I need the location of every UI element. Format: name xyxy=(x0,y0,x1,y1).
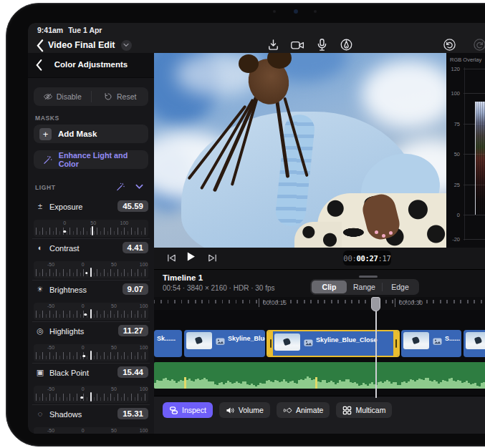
slider-value[interactable]: 9.07 xyxy=(123,283,148,295)
slider-value[interactable]: 4.41 xyxy=(123,242,148,253)
reset-button[interactable]: Reset xyxy=(92,87,149,106)
skip-forward-icon[interactable] xyxy=(207,253,218,266)
timeline-clip[interactable]: Skyline_Blue_Wide xyxy=(184,330,265,357)
pencil-icon[interactable] xyxy=(339,37,354,52)
exposure-icon: ± xyxy=(35,202,45,210)
slider-value[interactable]: 15.44 xyxy=(117,366,148,378)
enhance-light-color-button[interactable]: Enhance Light and Color xyxy=(34,150,148,169)
audio-waveform xyxy=(154,375,485,389)
camera-icon[interactable] xyxy=(290,37,305,52)
scale-label: 100 xyxy=(140,428,148,433)
undo-icon[interactable] xyxy=(443,38,456,52)
scale-label: 50 xyxy=(111,303,117,308)
scale-label: 0 xyxy=(63,220,66,225)
slider-ruler[interactable]: -50050100 xyxy=(34,303,148,320)
timeline-clip-selected[interactable]: Skyline_Blue_Close xyxy=(266,330,400,357)
color-adjustments-panel: Color Adjustments Disable Reset MASKS + … xyxy=(28,53,154,434)
inspect-button[interactable]: Inspect xyxy=(163,402,213,418)
mic-icon[interactable] xyxy=(314,37,330,52)
scope-tick-label: 25 xyxy=(446,182,460,188)
scope-title: RGB Overlay xyxy=(450,57,481,63)
scale-label: 50 xyxy=(111,345,117,350)
ruler-time-label: 00:00:15 xyxy=(263,299,287,306)
slider-ruler[interactable]: -50050100 xyxy=(34,427,148,434)
timeline-meta: 00:54 · 3840 × 2160 · HDR · 30 fps xyxy=(163,284,274,292)
trim-handle-left[interactable] xyxy=(268,331,273,356)
slider-exposure: ± Exposure 45.59 050100 xyxy=(34,200,148,239)
timeline-clip[interactable]: S...... xyxy=(401,330,461,357)
clip-thumbnail xyxy=(274,333,300,351)
slider-value[interactable]: 15.31 xyxy=(117,408,148,419)
scope-tick-label: -20 xyxy=(446,236,460,243)
clip-label: S...... xyxy=(445,335,460,342)
front-camera-icon xyxy=(294,9,298,14)
disable-button[interactable]: Disable xyxy=(34,87,91,106)
timeline-ruler[interactable]: 00:00:1500:00:30 xyxy=(154,297,485,310)
back-chevron-icon[interactable] xyxy=(37,39,44,51)
clip-label: Skyline_Blue_Close xyxy=(316,336,378,344)
scope-tick-label: 0 xyxy=(446,212,460,218)
scope-tick-label: 120 xyxy=(446,66,460,72)
auto-enhance-icon[interactable] xyxy=(115,182,125,192)
page: 9:41am Tue 1 Apr Video Final Edit xyxy=(0,0,485,448)
trim-handle-right[interactable] xyxy=(393,331,398,356)
scale-label: 0 xyxy=(82,386,85,391)
scale-label: 0 xyxy=(82,262,85,267)
clip-thumbnail xyxy=(403,332,429,349)
scale-label: -50 xyxy=(47,386,54,391)
collapse-chevron-icon[interactable] xyxy=(135,184,143,190)
toolbar-icons xyxy=(266,37,354,52)
slider-value[interactable]: 11.27 xyxy=(118,325,148,336)
scale-label: 50 xyxy=(90,220,96,225)
scale-label: -50 xyxy=(47,428,54,433)
play-icon[interactable] xyxy=(186,251,196,265)
slider-label: Exposure xyxy=(49,203,82,211)
media-icon xyxy=(216,335,225,342)
title-chevron-down-icon[interactable] xyxy=(121,40,132,51)
sensor-dot xyxy=(314,10,317,13)
import-icon[interactable] xyxy=(266,37,281,52)
audio-clip[interactable] xyxy=(154,362,485,389)
slider-ruler[interactable]: -50050100 xyxy=(34,344,148,361)
inspector-icon xyxy=(169,406,178,415)
slider-value[interactable]: 45.59 xyxy=(117,200,148,212)
scale-label: -50 xyxy=(47,345,54,350)
slider-label: Highlights xyxy=(49,327,84,336)
playhead-line[interactable] xyxy=(375,303,377,398)
slider-label: Shadows xyxy=(49,410,82,419)
volume-icon xyxy=(226,406,235,415)
slider-label: Contrast xyxy=(49,244,80,253)
top-chrome: 9:41am Tue 1 Apr Video Final Edit xyxy=(28,23,485,53)
mode-range[interactable]: Range xyxy=(347,281,382,293)
disable-reset-group: Disable Reset xyxy=(34,87,148,106)
scale-label: 0 xyxy=(82,345,85,350)
skip-back-icon[interactable] xyxy=(166,253,177,266)
status-bar: 9:41am Tue 1 Apr xyxy=(37,26,102,34)
slider-label: Brightness xyxy=(49,286,87,294)
volume-button[interactable]: Volume xyxy=(219,402,270,418)
contrast-icon: ◐ xyxy=(35,243,45,252)
multicam-button[interactable]: Multicam xyxy=(336,402,392,418)
status-date: Tue 1 Apr xyxy=(68,26,102,34)
ipad-device-frame: 9:41am Tue 1 Apr Video Final Edit xyxy=(6,3,485,447)
playhead-handle[interactable] xyxy=(371,297,380,311)
highlights-icon: ◎ xyxy=(35,326,45,336)
scale-label: 100 xyxy=(140,303,148,308)
timeline-clip[interactable]: Sk...... xyxy=(154,330,182,357)
timeline-clip[interactable] xyxy=(464,330,485,357)
timecode-display[interactable]: 00:00:27:17 xyxy=(343,250,391,266)
status-time: 9:41am xyxy=(37,26,63,34)
front-camera-dot xyxy=(273,10,276,13)
add-mask-button[interactable]: + Add Mask xyxy=(34,125,148,143)
mode-edge[interactable]: Edge xyxy=(383,281,418,293)
redo-icon xyxy=(473,38,485,52)
panel-drag-handle[interactable] xyxy=(359,276,378,278)
slider-ruler[interactable]: -50050100 xyxy=(34,386,148,403)
animate-button[interactable]: Animate xyxy=(277,402,330,418)
shadows-icon: ◌ xyxy=(35,409,45,418)
project-title[interactable]: Video Final Edit xyxy=(48,39,132,51)
mode-clip[interactable]: Clip xyxy=(312,281,347,293)
slider-ruler[interactable]: -50050100 xyxy=(34,261,148,278)
light-section-label: LIGHT xyxy=(35,184,56,191)
slider-ruler[interactable]: 050100 xyxy=(34,220,148,237)
